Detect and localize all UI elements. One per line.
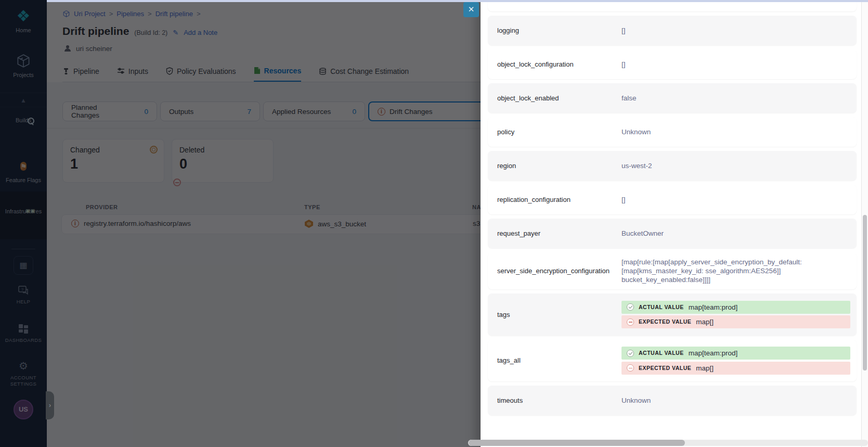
modal-overlay[interactable]: [0, 0, 481, 447]
attribute-key: tags_all: [497, 356, 621, 364]
minus-circle-icon: [627, 364, 634, 372]
attribute-value: ACTUAL VALUEmap[team:prod]EXPECTED VALUE…: [621, 345, 825, 377]
banner-value: map[team:prod]: [689, 349, 738, 357]
banner-value: map[]: [696, 364, 714, 373]
banner-label: ACTUAL VALUE: [639, 303, 684, 312]
attribute-key: logging: [497, 27, 621, 34]
attribute-value: ACTUAL VALUEmap[team:prod]EXPECTED VALUE…: [621, 299, 825, 330]
attribute-row: tagsACTUAL VALUEmap[team:prod]EXPECTED V…: [488, 293, 857, 336]
attribute-value: BucketOwner: [621, 229, 825, 238]
attribute-key: object_lock_enabled: [497, 94, 621, 102]
sidebar-expand-handle[interactable]: ›: [46, 391, 54, 419]
banner-value: map[]: [696, 317, 714, 326]
banner-label: EXPECTED VALUE: [639, 317, 691, 326]
vertical-scrollbar-thumb[interactable]: [863, 215, 867, 371]
attribute-key: request_payer: [497, 229, 621, 237]
attribute-key: replication_configuration: [497, 196, 621, 203]
check-circle-icon: [627, 350, 634, 357]
check-circle-icon: [627, 303, 634, 311]
attribute-value: Unknown: [621, 127, 825, 136]
attribute-value: false: [621, 94, 825, 103]
attribute-value: Unknown: [621, 396, 825, 405]
banner-value: map[team:prod]: [689, 303, 738, 312]
horizontal-scrollbar-thumb[interactable]: [469, 440, 685, 446]
attribute-row: object_lock_enabledfalse: [488, 83, 857, 113]
actual-value-banner: ACTUAL VALUEmap[team:prod]: [621, 301, 850, 314]
attribute-row: request_payerBucketOwner: [488, 219, 857, 248]
attribute-key: policy: [497, 128, 621, 136]
attribute-row: timeoutsUnknown: [488, 386, 857, 415]
attribute-row: tags_allACTUAL VALUEmap[team:prod]EXPECT…: [488, 340, 857, 382]
top-edge-strip: [47, 0, 868, 2]
attribute-rows: logging[]object_lock_configuration[]obje…: [488, 0, 857, 419]
attribute-key: tags: [497, 311, 621, 318]
expected-value-banner: EXPECTED VALUEmap[]: [621, 315, 850, 328]
attribute-row: object_lock_configuration[]: [488, 49, 857, 79]
attribute-row: policyUnknown: [488, 117, 857, 147]
attribute-key: region: [497, 162, 621, 170]
close-drawer-button[interactable]: ✕: [463, 2, 479, 17]
attribute-row: regionus-west-2: [488, 151, 857, 181]
banner-label: ACTUAL VALUE: [639, 349, 684, 357]
attribute-row: server_side_encryption_configuration[map…: [488, 252, 857, 289]
attribute-value: []: [621, 60, 825, 69]
chevron-right-icon: ›: [49, 402, 51, 409]
attribute-value: us-west-2: [621, 161, 825, 170]
minus-circle-icon: [627, 318, 634, 326]
attribute-key: server_side_encryption_configuration: [497, 267, 621, 275]
attribute-row: replication_configuration[]: [488, 185, 857, 214]
attribute-key: object_lock_configuration: [497, 60, 621, 68]
actual-value-banner: ACTUAL VALUEmap[team:prod]: [621, 347, 850, 360]
drift-details-drawer: ✕ logging[]object_lock_configuration[]ob…: [481, 0, 868, 447]
app-stage: ❖ Home Projects ▲ Builds Feature Flags I…: [0, 0, 868, 447]
attribute-value: []: [621, 195, 825, 204]
attribute-row: logging[]: [488, 16, 857, 45]
expected-value-banner: EXPECTED VALUEmap[]: [621, 362, 850, 375]
attribute-value: []: [621, 26, 825, 35]
attribute-key: timeouts: [497, 397, 621, 404]
attribute-value: [map[rule:[map[apply_server_side_encrypt…: [621, 258, 825, 284]
banner-label: EXPECTED VALUE: [639, 364, 691, 373]
